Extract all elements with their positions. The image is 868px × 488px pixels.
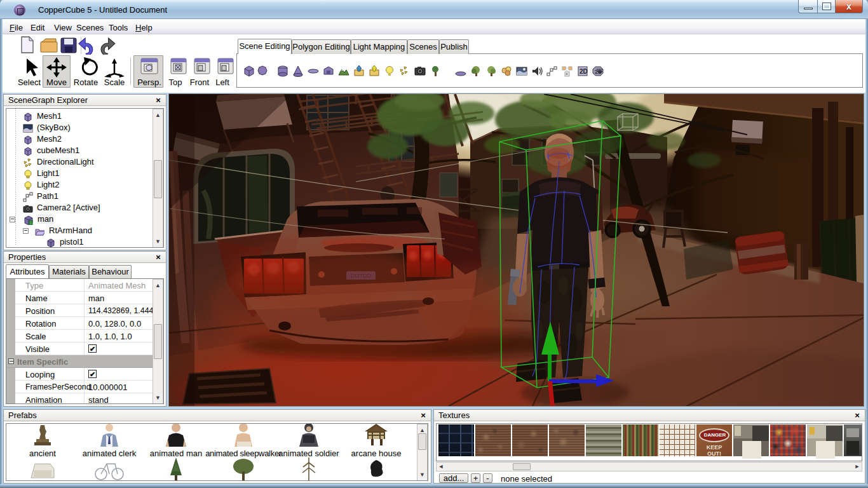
svg-text:2D: 2D: [580, 68, 588, 75]
